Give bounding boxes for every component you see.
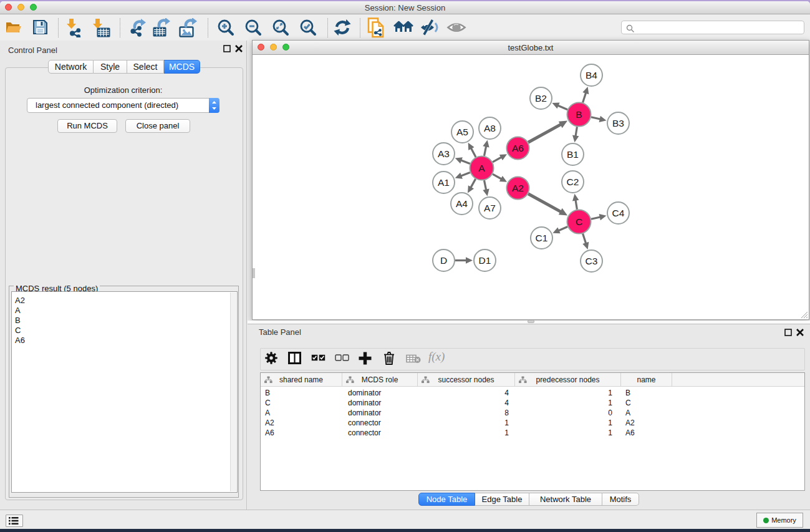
svg-text:A4: A4 — [456, 198, 468, 209]
svg-text:C3: C3 — [586, 256, 598, 266]
svg-text:D1: D1 — [479, 255, 491, 266]
svg-text:C1: C1 — [536, 233, 548, 243]
svg-text:A3: A3 — [438, 148, 450, 159]
svg-text:B1: B1 — [567, 149, 579, 160]
svg-text:A5: A5 — [456, 127, 468, 137]
svg-text:A6: A6 — [512, 143, 524, 153]
svg-text:B: B — [576, 109, 582, 120]
svg-text:D: D — [440, 255, 447, 266]
svg-text:C: C — [576, 216, 582, 227]
svg-text:C2: C2 — [567, 177, 579, 187]
svg-text:A: A — [478, 163, 485, 173]
svg-text:B3: B3 — [612, 118, 624, 128]
svg-text:A7: A7 — [484, 203, 496, 213]
svg-text:A2: A2 — [512, 183, 524, 193]
svg-text:A8: A8 — [484, 123, 496, 133]
svg-text:A1: A1 — [438, 177, 450, 188]
svg-text:B4: B4 — [586, 70, 597, 80]
svg-text:C4: C4 — [612, 208, 625, 218]
svg-text:B2: B2 — [535, 93, 547, 104]
